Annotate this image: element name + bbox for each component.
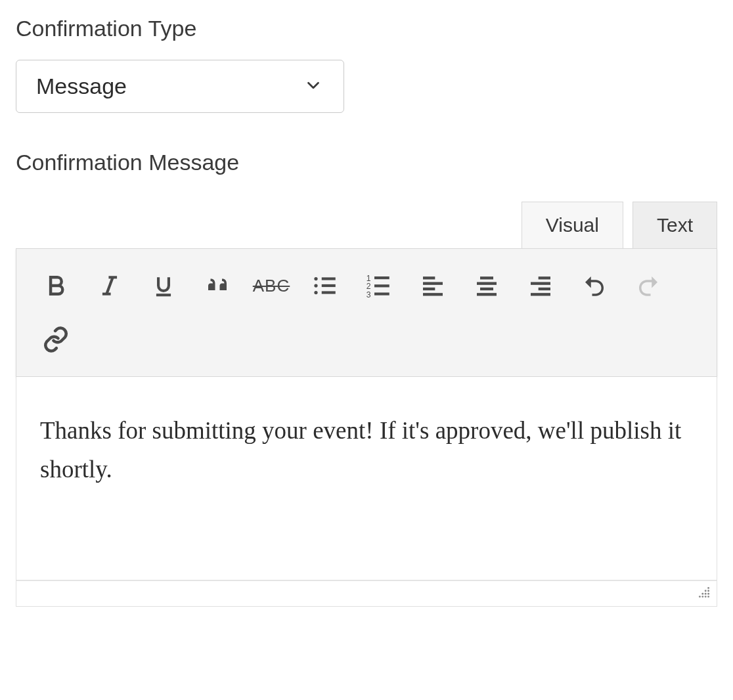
svg-rect-15 — [374, 293, 389, 295]
quote-icon — [204, 272, 231, 299]
confirmation-message-section: Confirmation Message Visual Text — [16, 150, 717, 607]
svg-point-30 — [707, 590, 709, 592]
svg-point-4 — [314, 277, 317, 280]
bold-button[interactable] — [31, 261, 81, 311]
svg-point-28 — [707, 587, 709, 589]
align-right-button[interactable] — [516, 261, 566, 311]
align-center-icon — [474, 273, 500, 299]
link-button[interactable] — [31, 315, 81, 364]
svg-point-31 — [701, 593, 703, 595]
svg-point-33 — [707, 593, 709, 595]
italic-button[interactable] — [85, 261, 135, 311]
resize-handle-icon[interactable] — [697, 585, 711, 602]
align-center-button[interactable] — [462, 261, 512, 311]
undo-icon — [581, 272, 608, 299]
bulleted-list-button[interactable] — [300, 261, 350, 311]
editor-tabs: Visual Text — [16, 202, 717, 248]
blockquote-button[interactable] — [192, 261, 242, 311]
confirmation-type-section: Confirmation Type Message — [16, 16, 717, 150]
align-left-button[interactable] — [408, 261, 458, 311]
strikethrough-button[interactable]: ABC — [246, 261, 296, 311]
numbered-list-button[interactable]: 123 — [354, 261, 404, 311]
numbered-list-icon: 123 — [365, 272, 393, 299]
underline-icon — [151, 273, 176, 298]
svg-point-29 — [705, 590, 707, 592]
redo-icon — [634, 272, 662, 299]
editor-footer — [16, 580, 717, 607]
svg-point-8 — [314, 291, 317, 294]
tab-text[interactable]: Text — [633, 202, 717, 248]
svg-point-35 — [701, 596, 703, 598]
svg-point-34 — [699, 596, 701, 598]
editor-toolbar: ABC 123 — [16, 248, 717, 377]
svg-point-37 — [707, 596, 709, 598]
svg-point-6 — [314, 284, 317, 287]
svg-rect-14 — [374, 284, 389, 287]
redo-button[interactable] — [623, 261, 673, 311]
bulleted-list-icon — [311, 272, 339, 299]
svg-point-32 — [705, 593, 707, 595]
tab-visual[interactable]: Visual — [522, 202, 623, 248]
svg-text:3: 3 — [366, 290, 371, 299]
confirmation-message-label: Confirmation Message — [16, 150, 717, 175]
editor-content-area[interactable]: Thanks for submitting your event! If it'… — [16, 377, 717, 580]
strikethrough-icon: ABC — [253, 276, 290, 296]
confirmation-type-select[interactable]: Message — [16, 60, 344, 113]
link-icon — [42, 326, 70, 353]
bold-icon — [43, 273, 68, 298]
svg-point-36 — [705, 596, 707, 598]
italic-icon — [97, 273, 122, 298]
undo-button[interactable] — [569, 261, 619, 311]
confirmation-type-label: Confirmation Type — [16, 16, 717, 41]
rich-text-editor: Visual Text — [16, 202, 717, 607]
align-right-icon — [527, 273, 554, 299]
align-left-icon — [420, 273, 446, 299]
editor-text[interactable]: Thanks for submitting your event! If it'… — [40, 411, 693, 489]
svg-line-2 — [106, 277, 113, 294]
confirmation-type-select-wrap[interactable]: Message — [16, 60, 344, 113]
underline-button[interactable] — [139, 261, 189, 311]
svg-rect-13 — [374, 276, 389, 279]
